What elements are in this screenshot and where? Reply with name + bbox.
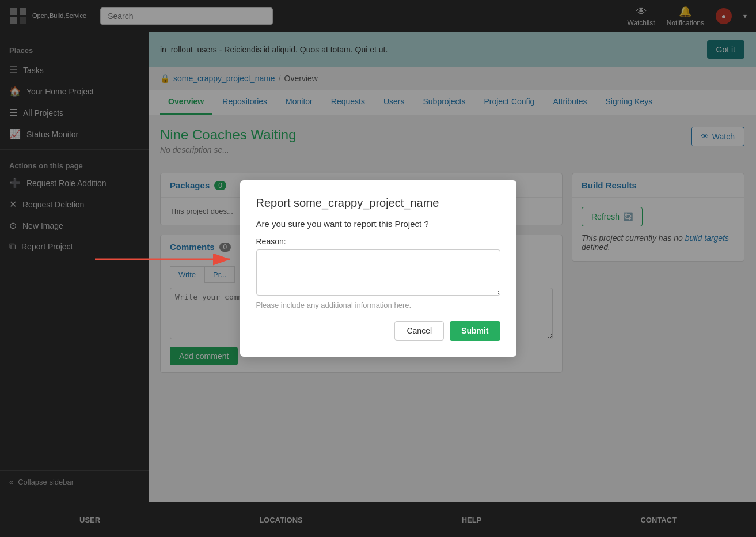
modal-actions: Cancel Submit <box>256 321 500 341</box>
modal-question: Are you sure you want to report this Pro… <box>256 219 500 229</box>
modal-title: Report some_crappy_project_name <box>256 196 500 210</box>
cancel-button[interactable]: Cancel <box>394 321 444 341</box>
modal-hint: Please include any additional informatio… <box>256 301 500 309</box>
modal-overlay: Report some_crappy_project_name Are you … <box>0 0 756 537</box>
modal-reason-textarea[interactable] <box>256 249 500 296</box>
report-modal: Report some_crappy_project_name Are you … <box>240 180 516 357</box>
submit-button[interactable]: Submit <box>450 321 500 341</box>
modal-reason-label: Reason: <box>256 237 500 246</box>
